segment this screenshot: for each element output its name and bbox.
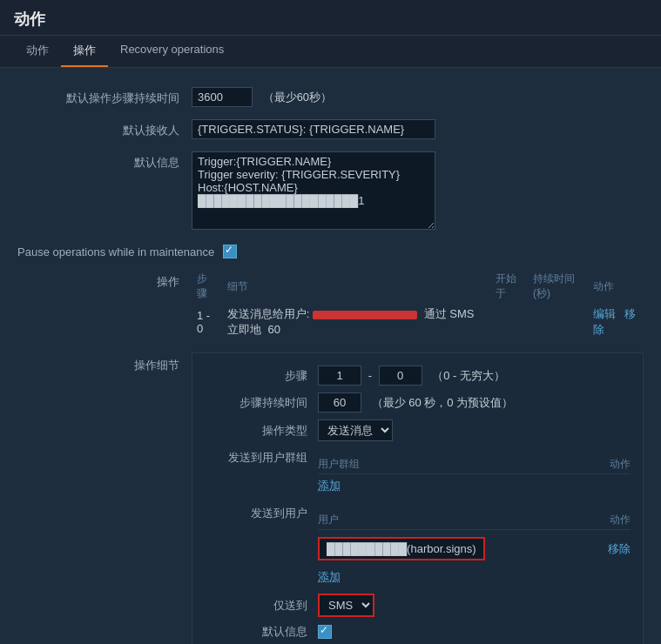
ops-col-duration: 持续时间(秒)	[528, 269, 588, 304]
ops-col-detail: 细节	[222, 269, 491, 304]
user-name-highlighted: ██████████(harbor.signs)	[318, 537, 485, 560]
detail-users-value: 用户 动作 ██████████(harbor.signs) 移除 添加	[318, 511, 631, 587]
tab-recovery[interactable]: Recovery operations	[108, 36, 236, 67]
detail-onlysend-label: 仅送到	[205, 598, 318, 614]
default-duration-label: 默认操作步骤持续时间	[17, 87, 192, 106]
step-duration-input[interactable]	[318, 392, 361, 413]
detail-duration-row: 步骤持续时间 （最少 60 秒，0 为预设值）	[205, 389, 631, 416]
detail-type-label: 操作类型	[205, 423, 318, 439]
step-to-input[interactable]	[379, 366, 422, 386]
ops-detail-box: 步骤 - （0 - 无穷大） 步骤持续时间 （最少 60 秒，0 为预设值） 操…	[192, 352, 644, 644]
default-message-textarea[interactable]: Trigger:{TRIGGER.NAME} Trigger severity:…	[192, 151, 435, 230]
detail-type-value: 发送消息	[318, 419, 393, 441]
tab-actions[interactable]: 动作	[14, 36, 61, 67]
operations-section-row: 操作 步骤 细节 开始于 持续时间(秒) 动作 1 - 0	[0, 264, 661, 345]
operations-table: 步骤 细节 开始于 持续时间(秒) 动作 1 - 0 发送消息给用户: 通过 S…	[192, 269, 644, 340]
default-message-value: Trigger:{TRIGGER.NAME} Trigger severity:…	[192, 151, 644, 232]
pause-label: Pause operations while in maintenance	[17, 245, 223, 258]
ops-row-steps: 1 - 0	[192, 304, 222, 340]
default-duration-value: （最少60秒）	[192, 87, 644, 107]
detail-usergroups-row: 发送到用户群组 用户群组 动作 添加	[205, 445, 631, 500]
detail-duration-label: 步骤持续时间	[205, 395, 318, 411]
ops-row-actions: 编辑 移除	[588, 304, 644, 340]
tabs-bar: 动作 操作 Recovery operations	[0, 36, 661, 68]
detail-users-row: 发送到用户 用户 动作 ██████████(harbor.signs) 移除 …	[205, 500, 631, 590]
usergroup-col-name: 用户群组	[318, 457, 360, 472]
add-group-row: 添加	[318, 474, 631, 497]
operations-table-wrap: 步骤 细节 开始于 持续时间(秒) 动作 1 - 0 发送消息给用户: 通过 S…	[192, 269, 644, 340]
detail-step-label: 步骤	[205, 368, 318, 384]
detail-usergroups-label: 发送到用户群组	[205, 450, 318, 466]
ops-row-detail-text: 发送消息给用户:	[227, 307, 310, 320]
pause-checkbox[interactable]	[223, 245, 237, 258]
pause-row: Pause operations while in maintenance	[0, 239, 661, 264]
detail-onlysend-value: SMS	[318, 594, 374, 617]
ops-row-redacted	[313, 311, 417, 319]
only-send-select[interactable]: SMS	[318, 594, 374, 617]
users-table-header: 用户 动作	[318, 511, 631, 530]
page-title: 动作	[14, 10, 45, 28]
step-duration-hint: （最少 60 秒，0 为预设值）	[372, 396, 514, 409]
ops-col-start: 开始于	[490, 269, 528, 304]
ops-row-duration: 60	[267, 323, 280, 336]
step-separator: -	[368, 369, 372, 382]
default-duration-hint: （最少60秒）	[263, 91, 332, 104]
operations-section-label: 操作	[17, 269, 192, 290]
user-row: ██████████(harbor.signs) 移除	[318, 530, 631, 567]
ops-row-dur	[528, 304, 588, 340]
detail-defaultmsg-label: 默认信息	[205, 624, 318, 640]
detail-defaultmsg-row: 默认信息	[205, 621, 631, 643]
page-header: 动作	[0, 0, 661, 36]
detail-step-value: - （0 - 无穷大）	[318, 366, 505, 386]
detail-onlysend-row: 仅送到 SMS	[205, 590, 631, 621]
ops-col-action: 动作	[588, 269, 644, 304]
usergroup-col-action: 动作	[610, 457, 631, 472]
detail-users-label: 发送到用户	[205, 506, 318, 521]
user-remove-link[interactable]: 移除	[608, 541, 631, 557]
ops-row-detail: 发送消息给用户: 通过 SMS 立即地 60	[222, 304, 491, 340]
default-duration-input[interactable]	[192, 87, 253, 107]
default-message-label: 默认信息	[17, 151, 192, 171]
default-recipient-row: 默认接收人	[0, 114, 661, 144]
default-recipient-input[interactable]	[192, 119, 435, 139]
main-content: 默认操作步骤持续时间 （最少60秒） 默认接收人 默认信息 Trigger:{T…	[0, 68, 661, 644]
default-recipient-label: 默认接收人	[17, 119, 192, 138]
detail-step-row: 步骤 - （0 - 无穷大）	[205, 362, 631, 389]
default-msg-checkbox[interactable]	[318, 625, 332, 639]
table-row: 1 - 0 发送消息给用户: 通过 SMS 立即地 60 编辑 移除	[192, 304, 644, 340]
operation-type-select[interactable]: 发送消息	[318, 419, 393, 441]
ops-detail-row: 操作细节 步骤 - （0 - 无穷大） 步骤持续时间 （最少 60 秒，0 为预…	[0, 347, 661, 644]
usergroups-table-header: 用户群组 动作	[318, 455, 631, 474]
add-user-link[interactable]: 添加	[318, 570, 341, 583]
detail-usergroups-value: 用户群组 动作 添加	[318, 455, 631, 497]
detail-type-row: 操作类型 发送消息	[205, 416, 631, 445]
ops-col-steps: 步骤	[192, 269, 222, 304]
user-col-name: 用户	[318, 513, 339, 527]
user-col-action: 动作	[610, 513, 631, 527]
ops-row-start	[490, 304, 528, 340]
step-from-input[interactable]	[318, 366, 361, 386]
default-recipient-value	[192, 119, 644, 139]
add-user-row: 添加	[318, 567, 631, 587]
default-duration-row: 默认操作步骤持续时间 （最少60秒）	[0, 82, 661, 112]
detail-duration-value: （最少 60 秒，0 为预设值）	[318, 392, 513, 413]
add-group-link[interactable]: 添加	[318, 479, 341, 492]
default-message-row: 默认信息 Trigger:{TRIGGER.NAME} Trigger seve…	[0, 146, 661, 238]
tab-operations[interactable]: 操作	[61, 36, 108, 67]
ops-detail-label: 操作细节	[17, 352, 192, 373]
ops-edit-link[interactable]: 编辑	[593, 307, 616, 320]
detail-defaultmsg-value	[318, 625, 332, 640]
step-hint: （0 - 无穷大）	[432, 369, 505, 382]
